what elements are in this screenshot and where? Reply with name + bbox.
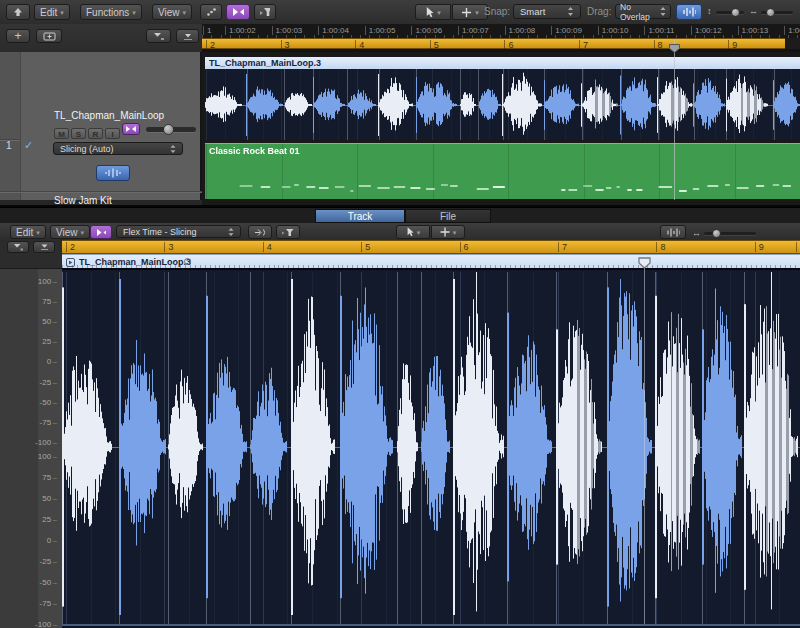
editor-flex-button[interactable] (90, 225, 112, 239)
timecode-ruler[interactable]: 1 1:00:021:00:031:00:041:00:051:00:061:0… (202, 24, 800, 38)
add-track-button[interactable]: + (6, 29, 30, 43)
scale-value: -75 (40, 419, 57, 427)
menu-functions[interactable]: Functions▾ (80, 4, 142, 20)
scale-value: -100 (35, 621, 57, 628)
audio-track-icon[interactable] (96, 165, 130, 181)
bar-number: 5 (361, 242, 370, 252)
ruler-end-gap (785, 38, 800, 49)
editor-flex-mode-dropdown[interactable]: Flex Time - Slicing (116, 225, 241, 238)
updown-caret-icon (567, 7, 574, 16)
tab-file[interactable]: File (405, 209, 491, 223)
editor-playhead-line (644, 266, 645, 624)
editor-bar-ruler[interactable]: 234567891 (62, 240, 800, 254)
automation-button[interactable] (200, 4, 222, 20)
scale-value: -50 (40, 579, 57, 587)
drag-label: Drag: (587, 6, 611, 17)
editor-menu-edit[interactable]: Edit▾ (10, 225, 46, 239)
editor-menu-view[interactable]: View▾ (50, 225, 90, 239)
editor-catch-button[interactable] (7, 241, 29, 253)
tray-caret-icon (182, 32, 193, 41)
tray-caret-icon (39, 243, 49, 251)
midi-region[interactable]: Classic Rock Beat 01 (205, 143, 800, 199)
pointer-tool-icon (425, 7, 434, 18)
duplicate-track-button[interactable] (36, 29, 62, 43)
scale-value: 100 (38, 453, 57, 461)
track-flex-button[interactable] (122, 123, 140, 135)
timecode-label: 1:00:12 (691, 26, 722, 35)
editor-strip-corner (0, 254, 62, 268)
track-sort-button[interactable] (146, 29, 171, 43)
chevron-down-icon: ▾ (60, 9, 64, 16)
bar-number: 6 (460, 242, 469, 252)
flex-bowtie-icon (125, 125, 137, 133)
drag-dropdown[interactable]: No Overlap (615, 4, 671, 19)
editor-ruler-corner (0, 240, 62, 254)
editor-playhead-handle[interactable] (638, 255, 651, 273)
editor-crosshair-tool-menu[interactable]: ▾ (431, 225, 465, 239)
updown-caret-icon (170, 145, 176, 153)
chevron-down-icon: ▾ (453, 229, 457, 236)
playhead-handle[interactable] (669, 39, 680, 57)
audio-region-waveform[interactable] (205, 69, 800, 140)
flex-mode-dropdown[interactable]: Slicing (Auto) (53, 142, 183, 155)
track-number: 1 (6, 140, 12, 151)
track-lane-area[interactable]: TL_Chapman_MainLoop.3 Classic Rock Beat … (202, 52, 800, 205)
arrow-speaker-icon (254, 228, 266, 237)
timecode-label: 1 (203, 26, 211, 35)
scale-value: 0 (47, 358, 57, 366)
tab-track[interactable]: Track (315, 209, 405, 223)
editor-zoom-knob[interactable] (712, 229, 721, 238)
editor-left-panel (0, 268, 38, 628)
flex-bowtie-icon (96, 228, 106, 237)
scale-value: -25 (40, 379, 57, 387)
horizontal-zoom-icon: ↔ (692, 229, 701, 238)
menu-view[interactable]: View▾ (152, 4, 192, 20)
prelisten-button[interactable] (248, 225, 272, 239)
region-name-label: Classic Rock Beat 01 (209, 146, 300, 156)
editor-filter-button[interactable] (276, 225, 300, 239)
chevron-down-icon: ▾ (475, 9, 479, 16)
left-click-tool-menu[interactable]: ▾ (415, 4, 451, 20)
waveform-zoom-icon (666, 228, 680, 237)
hierarchy-back-button[interactable] (6, 4, 30, 20)
scale-value: 50 (42, 318, 57, 326)
editor-waveform-canvas[interactable] (62, 272, 800, 624)
track-hide-button[interactable] (176, 29, 199, 43)
track-solo-button[interactable]: S (71, 128, 86, 139)
track-selected-check-icon[interactable]: ✓ (24, 139, 33, 152)
snap-dropdown[interactable]: Smart (513, 4, 581, 19)
editor-waveform-zoom-button[interactable] (660, 225, 686, 239)
bar-ruler[interactable]: 23456789 (202, 38, 785, 49)
scale-value: 25 (42, 516, 57, 524)
scale-value: -50 (40, 399, 57, 407)
chevron-down-icon: ▾ (183, 9, 187, 16)
editor-region-strip[interactable]: TL_Chapman_MainLoop.3 (62, 254, 800, 269)
waveform-zoom-button[interactable] (676, 4, 702, 20)
track-record-button[interactable]: R (88, 128, 103, 139)
editor-pointer-tool-menu[interactable]: ▾ (396, 225, 430, 239)
menu-edit[interactable]: Edit▾ (34, 4, 70, 20)
loop-circle-icon[interactable] (184, 258, 191, 265)
track-mute-button[interactable]: M (54, 128, 69, 139)
region-name-bar: TL_Chapman_MainLoop.3 (205, 57, 800, 69)
track-header-panel: 1 ✓ TL_Chapman_MainLoop MSRI Slicing (Au… (0, 52, 202, 200)
editor-toolbar: Edit▾ View▾ Flex Time - Slicing ▾ ▾ ↔ (0, 223, 800, 241)
arrange-toolbar: Edit▾ Functions▾ View▾ ▾ ▾ Snap: Smart D… (0, 0, 800, 25)
command-click-tool-menu[interactable]: ▾ (452, 4, 488, 20)
waveform-editor-area[interactable] (62, 268, 800, 628)
timecode-label: 1:00:10 (598, 26, 629, 35)
audio-region[interactable]: TL_Chapman_MainLoop.3 (205, 57, 800, 140)
track-filter-button[interactable] (254, 4, 276, 20)
scale-value: 50 (42, 495, 57, 503)
editor-link-button[interactable] (33, 241, 55, 253)
vertical-zoom-knob[interactable] (731, 8, 740, 17)
scale-value: 75 (42, 474, 57, 482)
flex-button[interactable] (226, 4, 250, 20)
bar-number: 7 (558, 242, 567, 252)
track-volume-knob[interactable] (163, 124, 174, 135)
new-track-icon (43, 32, 56, 41)
track-name[interactable]: TL_Chapman_MainLoop (54, 110, 164, 121)
track-input-button[interactable]: I (105, 128, 120, 139)
pointer-tool-icon (406, 227, 414, 237)
horizontal-zoom-knob[interactable] (766, 8, 775, 17)
